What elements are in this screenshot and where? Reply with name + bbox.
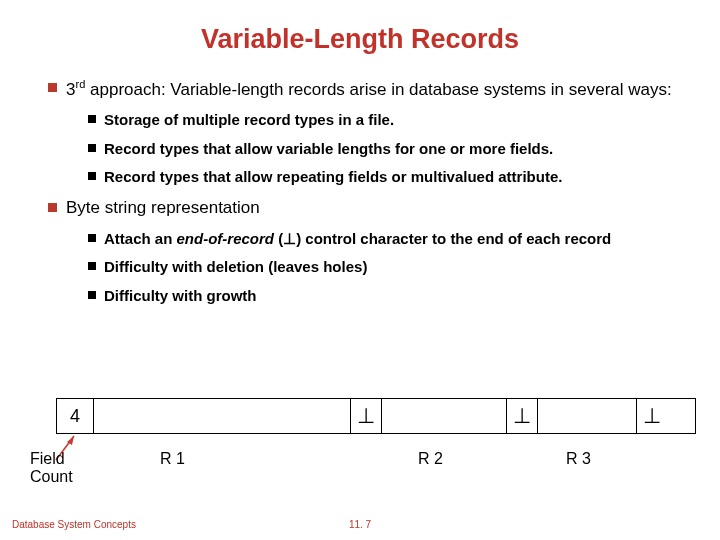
label-r2: R 2 xyxy=(418,450,443,468)
sub-list-1: Storage of multiple record types in a fi… xyxy=(66,110,680,187)
cell-perp-1: ⊥ xyxy=(351,399,382,433)
cell-r2 xyxy=(382,399,507,433)
slide: Variable-Length Records 3rd approach: Va… xyxy=(0,0,720,305)
bullet-list: 3rd approach: Variable-length records ar… xyxy=(48,77,680,305)
label-r1: R 1 xyxy=(160,450,185,468)
label-r3: R 3 xyxy=(566,450,591,468)
sub-1c: Record types that allow repeating fields… xyxy=(88,167,680,187)
bullet-1: 3rd approach: Variable-length records ar… xyxy=(48,77,680,187)
footer-left: Database System Concepts xyxy=(12,519,136,530)
sub-2b: Difficulty with deletion (leaves holes) xyxy=(88,257,680,277)
cell-r1 xyxy=(94,399,351,433)
record-row: 4 ⊥ ⊥ ⊥ xyxy=(56,398,696,434)
sub-2a-pre: Attach an xyxy=(104,230,177,247)
b2-text: Byte string representation xyxy=(66,198,260,217)
cell-perp-2: ⊥ xyxy=(507,399,538,433)
footer-center: 11. 7 xyxy=(349,519,371,530)
b1-sup: rd xyxy=(75,78,85,90)
bullet-2: Byte string representation Attach an end… xyxy=(48,197,680,305)
cell-r3 xyxy=(538,399,637,433)
slide-title: Variable-Length Records xyxy=(30,24,690,55)
sub-1b: Record types that allow variable lengths… xyxy=(88,139,680,159)
record-diagram: 4 ⊥ ⊥ ⊥ xyxy=(56,398,696,434)
svg-marker-1 xyxy=(67,436,74,445)
cell-count: 4 xyxy=(57,399,94,433)
sub-2a-post: (⊥) control character to the end of each… xyxy=(274,230,611,247)
label-field-count: Field Count xyxy=(30,450,73,487)
sub-1a: Storage of multiple record types in a fi… xyxy=(88,110,680,130)
sub-2a: Attach an end-of-record (⊥) control char… xyxy=(88,229,680,249)
b1-post: approach: Variable-length records arise … xyxy=(85,80,671,99)
sub-2c: Difficulty with growth xyxy=(88,286,680,306)
sub-list-2: Attach an end-of-record (⊥) control char… xyxy=(66,229,680,306)
cell-perp-3: ⊥ xyxy=(637,399,667,433)
sub-2a-em: end-of-record xyxy=(177,230,275,247)
